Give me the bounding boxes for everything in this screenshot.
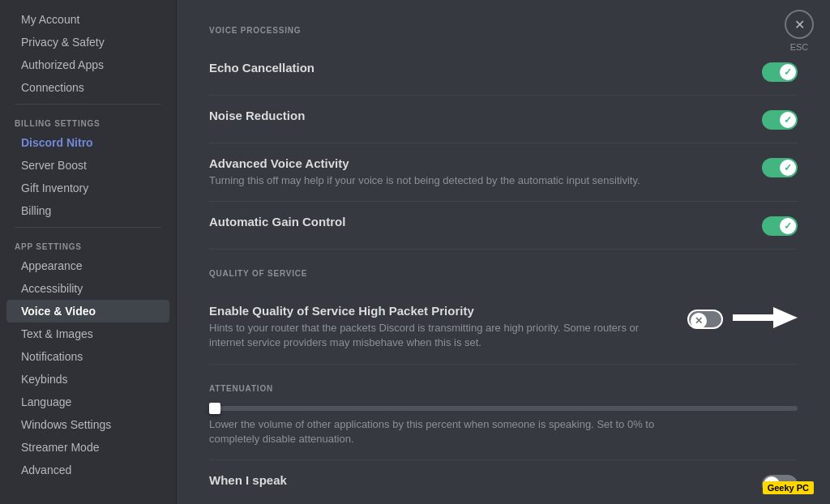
- sidebar-section-app: App Settings Appearance Accessibility Vo…: [0, 233, 176, 481]
- attenuation-slider-track: [209, 406, 798, 411]
- attenuation-desc: Lower the volume of other applications b…: [209, 417, 679, 446]
- voice-processing-label: Voice Processing: [209, 26, 798, 35]
- sidebar-item-advanced[interactable]: Advanced: [6, 459, 169, 481]
- sidebar: My Account Privacy & Safety Authorized A…: [0, 0, 177, 504]
- echo-cancellation-control: ✓: [762, 61, 798, 82]
- sidebar-item-windows-settings[interactable]: Windows Settings: [6, 413, 169, 436]
- qos-row: Enable Quality of Service High Packet Pr…: [209, 291, 798, 364]
- sidebar-item-streamer-mode[interactable]: Streamer Mode: [6, 436, 169, 459]
- qos-x-icon: ✕: [695, 315, 703, 327]
- main-content: ✕ ESC Voice Processing Echo Cancellation…: [177, 0, 830, 504]
- qos-control: ✕: [687, 304, 798, 333]
- echo-cancellation-title: Echo Cancellation: [209, 61, 746, 75]
- svg-marker-0: [773, 307, 798, 328]
- noise-reduction-knob: ✓: [780, 112, 796, 128]
- sidebar-item-my-account[interactable]: My Account: [6, 8, 169, 31]
- advanced-voice-activity-row: Advanced Voice Activity Turning this off…: [209, 143, 798, 202]
- automatic-gain-control-check-icon: ✓: [784, 220, 792, 232]
- when-i-speak-info: When I speak: [209, 473, 762, 490]
- sidebar-item-voice-video[interactable]: Voice & Video: [6, 300, 169, 322]
- noise-reduction-toggle[interactable]: ✓: [762, 110, 798, 130]
- sidebar-item-billing[interactable]: Billing: [6, 199, 169, 222]
- sidebar-item-language[interactable]: Language: [6, 391, 169, 413]
- app-section-label: App Settings: [0, 233, 176, 254]
- advanced-voice-activity-check-icon: ✓: [784, 162, 792, 173]
- automatic-gain-control-knob: ✓: [780, 218, 796, 234]
- advanced-voice-activity-control: ✓: [762, 156, 798, 177]
- automatic-gain-control-title: Automatic Gain Control: [209, 215, 746, 229]
- advanced-voice-activity-toggle[interactable]: ✓: [762, 158, 798, 177]
- automatic-gain-control-control: ✓: [762, 215, 798, 236]
- sidebar-item-gift-inventory[interactable]: Gift Inventory: [6, 177, 169, 199]
- automatic-gain-control-row: Automatic Gain Control ✓: [209, 202, 798, 250]
- watermark: Geeky PC: [763, 481, 814, 494]
- qos-title: Enable Quality of Service High Packet Pr…: [209, 304, 671, 318]
- esc-circle-icon: ✕: [785, 10, 814, 39]
- sidebar-item-appearance[interactable]: Appearance: [6, 254, 169, 277]
- sidebar-section-billing: Billing Settings Discord Nitro Server Bo…: [0, 109, 176, 222]
- when-i-speak-title: When I speak: [209, 473, 746, 487]
- sidebar-item-server-boost[interactable]: Server Boost: [6, 154, 169, 177]
- svg-rect-1: [733, 314, 775, 321]
- noise-reduction-info: Noise Reduction: [209, 109, 762, 126]
- noise-reduction-row: Noise Reduction ✓: [209, 96, 798, 143]
- noise-reduction-title: Noise Reduction: [209, 109, 746, 122]
- arrow-indicator: [733, 305, 798, 333]
- attenuation-slider-container[interactable]: [209, 406, 798, 411]
- sidebar-item-text-images[interactable]: Text & Images: [6, 322, 169, 345]
- sidebar-item-keybinds[interactable]: Keybinds: [6, 368, 169, 391]
- qos-info: Enable Quality of Service High Packet Pr…: [209, 304, 687, 350]
- sidebar-divider-1: [15, 104, 161, 105]
- sidebar-item-privacy-safety[interactable]: Privacy & Safety: [6, 31, 169, 53]
- noise-reduction-control: ✓: [762, 109, 798, 130]
- echo-cancellation-row: Echo Cancellation ✓: [209, 48, 798, 96]
- advanced-voice-activity-desc: Turning this off may help if your voice …: [209, 173, 679, 188]
- advanced-voice-activity-title: Advanced Voice Activity: [209, 156, 746, 170]
- sidebar-item-connections[interactable]: Connections: [6, 76, 169, 99]
- qos-section-label: Quality of Service: [209, 269, 798, 278]
- sidebar-item-accessibility[interactable]: Accessibility: [6, 277, 169, 300]
- sidebar-section-top: My Account Privacy & Safety Authorized A…: [0, 8, 176, 99]
- sidebar-item-discord-nitro[interactable]: Discord Nitro: [6, 131, 169, 154]
- esc-label: ESC: [790, 42, 809, 52]
- automatic-gain-control-info: Automatic Gain Control: [209, 215, 762, 232]
- echo-cancellation-info: Echo Cancellation: [209, 61, 762, 78]
- noise-reduction-check-icon: ✓: [784, 114, 792, 126]
- attenuation-label: Attenuation: [209, 384, 798, 393]
- qos-toggle[interactable]: ✕: [687, 310, 723, 329]
- sidebar-item-authorized-apps[interactable]: Authorized Apps: [6, 53, 169, 76]
- sidebar-divider-2: [15, 227, 161, 228]
- qos-desc: Hints to your router that the packets Di…: [209, 321, 671, 350]
- billing-section-label: Billing Settings: [0, 109, 176, 131]
- when-i-speak-row: When I speak ✕: [209, 460, 798, 504]
- qos-knob: ✕: [691, 313, 707, 329]
- advanced-voice-activity-knob: ✓: [780, 160, 796, 176]
- attenuation-section: Attenuation Lower the volume of other ap…: [209, 365, 798, 460]
- advanced-voice-activity-info: Advanced Voice Activity Turning this off…: [209, 156, 762, 188]
- echo-cancellation-toggle[interactable]: ✓: [762, 62, 798, 82]
- esc-button[interactable]: ✕ ESC: [785, 10, 814, 52]
- echo-cancellation-check-icon: ✓: [784, 66, 792, 78]
- sidebar-item-notifications[interactable]: Notifications: [6, 345, 169, 368]
- attenuation-slider-thumb[interactable]: [209, 403, 220, 414]
- automatic-gain-control-toggle[interactable]: ✓: [762, 216, 798, 236]
- echo-cancellation-knob: ✓: [780, 64, 796, 80]
